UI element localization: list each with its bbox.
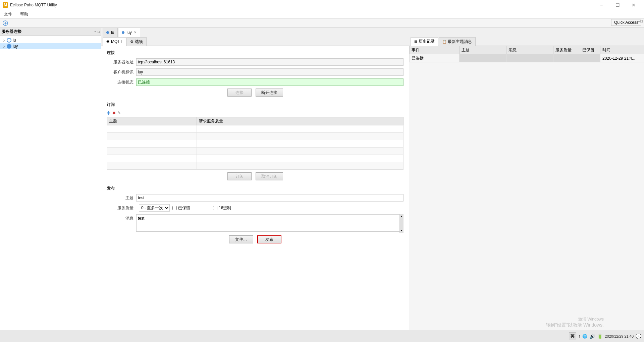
- subscription-btn-row: 订阅 取消订阅: [107, 172, 404, 180]
- tab-content: ◉ MQTT ⚙ 选项 连接 服务器地址: [101, 37, 644, 342]
- tree-connection-icon-lu: [7, 38, 11, 43]
- menu-file[interactable]: 文件: [3, 11, 13, 18]
- publish-topic-label: 主题: [107, 195, 133, 201]
- titlebar: M Eclipse Paho MQTT Utility − ☐ ✕: [0, 0, 644, 10]
- client-input[interactable]: [136, 68, 404, 76]
- tab-bar: lu luy ✕ – □: [101, 28, 644, 37]
- qos-row: 服务质量 0 - 至多一次 1 - 至少一次 2 - 只有一次 已保留: [107, 204, 404, 212]
- qos-select[interactable]: 0 - 至多一次 1 - 至少一次 2 - 只有一次: [139, 204, 170, 212]
- sidebar-item-lu[interactable]: ▷ lu: [0, 37, 101, 43]
- connection-section-title: 连接: [107, 50, 404, 56]
- right-tab-latest[interactable]: 📋 最新主题消息: [439, 37, 476, 46]
- message-textarea[interactable]: test: [136, 214, 404, 232]
- tabs-panel-minimize[interactable]: –: [638, 19, 640, 23]
- file-button[interactable]: 文件...: [229, 235, 253, 243]
- app-title: Eclipse Paho MQTT Utility: [10, 3, 57, 7]
- disconnect-button[interactable]: 断开连接: [256, 89, 283, 97]
- status-input: [136, 78, 404, 86]
- status-row: 连接状态: [107, 78, 404, 86]
- sub-tab-mqtt-label: MQTT: [111, 39, 122, 44]
- mqtt-tab-icon: ◉: [106, 39, 110, 44]
- history-retained-0: [580, 54, 600, 62]
- subscription-toolbar: ✚ ✖ ✎: [107, 110, 404, 116]
- right-panel: ▦ 历史记录 📋 最新主题消息 事件 主题 消息: [409, 37, 644, 342]
- server-row: 服务器地址: [107, 58, 404, 66]
- client-row: 客户机标识: [107, 68, 404, 76]
- menu-help[interactable]: 帮助: [19, 11, 30, 18]
- history-event-0: 已连接: [410, 54, 460, 62]
- history-col-event: 事件: [410, 46, 460, 54]
- toolbar-add-icon[interactable]: [2, 20, 9, 26]
- sub-tab-mqtt[interactable]: ◉ MQTT: [103, 37, 126, 46]
- quick-access-button[interactable]: Quick Access: [611, 19, 641, 26]
- subscription-section-title: 订阅: [107, 102, 404, 108]
- history-col-time: 时间: [600, 46, 644, 54]
- tree-expand-icon-lu: ▷: [3, 39, 7, 42]
- history-col-retained: 已保留: [580, 46, 600, 54]
- publish-btn-row: 文件... 发布: [107, 235, 404, 243]
- sub-empty-row-3: [107, 140, 404, 148]
- retained-checkbox[interactable]: [172, 206, 177, 210]
- sub-tab-options-label: 选项: [135, 39, 143, 45]
- form-area: 连接 服务器地址 客户机标识 连接状态 连接: [101, 46, 409, 342]
- message-label: 消息: [107, 216, 133, 221]
- tab-lu[interactable]: lu: [103, 28, 118, 37]
- retained-label-text: 已保留: [178, 205, 190, 211]
- history-time-0: 2020-12-29 21:4...: [600, 54, 644, 62]
- history-tab-icon: ▦: [414, 40, 417, 43]
- connection-btn-row: 连接 断开连接: [107, 89, 404, 97]
- hex-checkbox[interactable]: [213, 206, 217, 210]
- connect-button[interactable]: 连接: [227, 89, 252, 97]
- tab-dot-luy: [122, 31, 124, 34]
- publish-topic-input[interactable]: [136, 194, 404, 202]
- message-row: 消息 test ▲ ▼: [107, 214, 404, 233]
- sidebar-item-luy[interactable]: ▷ luy: [0, 43, 101, 49]
- sub-col-topic: 主题: [107, 117, 197, 125]
- sub-tab-options[interactable]: ⚙ 选项: [126, 37, 147, 46]
- publish-button[interactable]: 发布: [257, 235, 281, 243]
- close-button[interactable]: ✕: [626, 0, 641, 10]
- taskbar-time: 2020/12/29 21:40: [605, 334, 634, 338]
- titlebar-left: M Eclipse Paho MQTT Utility: [3, 2, 57, 8]
- sub-tab-bar: ◉ MQTT ⚙ 选项: [101, 37, 409, 46]
- sidebar-tree: ▷ lu ▷ luy: [0, 36, 101, 342]
- history-col-topic: 主题: [460, 46, 506, 54]
- unsubscribe-button[interactable]: 取消订阅: [256, 172, 283, 180]
- sidebar-minimize-icon[interactable]: –: [94, 30, 96, 34]
- tab-luy[interactable]: luy ✕: [118, 28, 140, 37]
- sidebar-header-icons: – □: [94, 30, 100, 34]
- sub-col-qos: 请求服务质量: [197, 117, 404, 125]
- edit-subscription-icon[interactable]: ✎: [117, 111, 121, 115]
- maximize-button[interactable]: ☐: [610, 0, 625, 10]
- subscribe-button[interactable]: 订阅: [227, 172, 252, 180]
- taskbar-volume-icon[interactable]: 🔊: [589, 334, 595, 339]
- textarea-scroll-up[interactable]: ▲: [400, 215, 403, 218]
- taskbar-notification-icon[interactable]: 💬: [636, 334, 641, 339]
- textarea-scroll-down[interactable]: ▼: [400, 229, 403, 232]
- subscription-table: 主题 请求服务质量: [107, 117, 404, 170]
- history-row-0: 已连接 2020-12-29 21:4...: [410, 54, 644, 62]
- sidebar-title: 服务器连接: [1, 29, 21, 35]
- minimize-button[interactable]: −: [594, 0, 609, 10]
- tab-label-luy: luy: [126, 30, 131, 35]
- add-subscription-icon[interactable]: ✚: [107, 110, 111, 116]
- tabs-panel-maximize[interactable]: □: [640, 19, 643, 23]
- sidebar: 服务器连接 – □ ▷ lu ▷ luy: [0, 28, 101, 342]
- server-input[interactable]: [136, 58, 404, 66]
- latest-tab-icon: 📋: [442, 40, 446, 44]
- history-message-0: [506, 54, 553, 62]
- right-tab-history-label: 历史记录: [419, 39, 435, 44]
- status-label: 连接状态: [107, 79, 133, 85]
- history-table: 事件 主题 消息 服务质量 已保留 时间 已连接: [409, 46, 644, 62]
- taskbar-upload-icon: ↑: [578, 334, 580, 339]
- sub-empty-row-1: [107, 125, 404, 133]
- server-label: 服务器地址: [107, 59, 133, 65]
- right-tab-history[interactable]: ▦ 历史记录: [411, 37, 438, 46]
- sidebar-item-label-lu: lu: [13, 38, 16, 43]
- tab-close-luy[interactable]: ✕: [134, 31, 137, 34]
- sidebar-maximize-icon[interactable]: □: [98, 30, 100, 34]
- sidebar-header: 服务器连接 – □: [0, 28, 101, 36]
- delete-subscription-icon[interactable]: ✖: [112, 110, 116, 116]
- taskbar-lang-icon[interactable]: 英: [569, 332, 576, 340]
- history-qos-0: [553, 54, 580, 62]
